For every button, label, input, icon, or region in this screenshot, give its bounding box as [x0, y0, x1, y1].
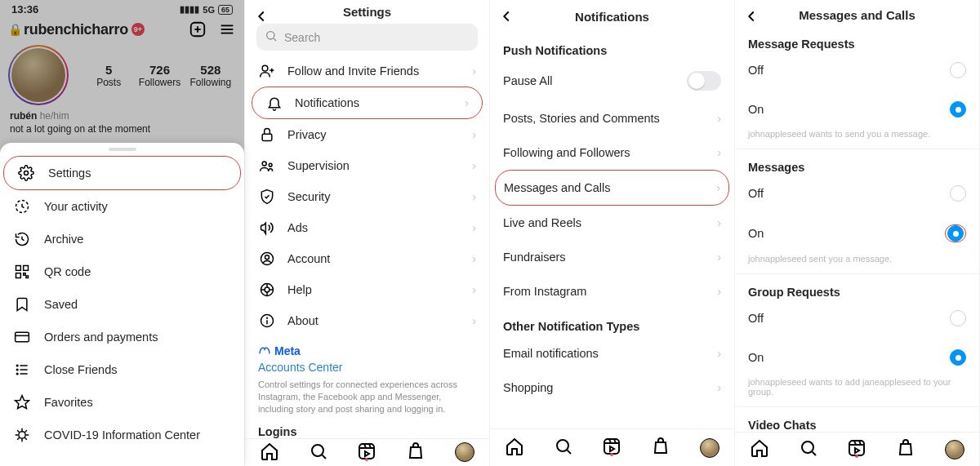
chevron-right-icon: › — [472, 159, 476, 172]
settings-search[interactable]: Search — [256, 24, 478, 51]
sheet-item-qr-code[interactable]: QR code — [0, 255, 244, 288]
noti-item-shopping[interactable]: Shopping › — [490, 371, 734, 405]
archive-icon — [13, 231, 31, 247]
stat-followers[interactable]: 726 Followers — [134, 63, 185, 88]
svg-line-28 — [24, 437, 27, 440]
radio-label: On — [748, 227, 764, 240]
back-button[interactable] — [252, 7, 271, 26]
noti-item-messages-calls[interactable]: Messages and Calls › — [495, 170, 729, 206]
svg-rect-12 — [26, 276, 29, 278]
profile-avatar-story-ring[interactable] — [8, 45, 69, 105]
tab-search-icon[interactable] — [799, 438, 818, 460]
chevron-right-icon: › — [472, 252, 476, 265]
radio-button[interactable] — [947, 225, 964, 242]
back-button[interactable] — [497, 7, 516, 26]
sheet-item-your-activity[interactable]: Your activity — [0, 190, 244, 223]
noti-item-pause-all[interactable]: Pause All — [490, 60, 734, 101]
settings-item-help[interactable]: Help › — [245, 274, 489, 305]
person-plus-icon — [258, 63, 276, 79]
settings-item-follow-invite[interactable]: Follow and Invite Friends › — [245, 55, 489, 87]
bookmark-icon — [13, 296, 31, 313]
create-post-icon[interactable] — [189, 20, 207, 38]
settings-item-label: Privacy — [287, 128, 327, 141]
bottom-tab-bar — [490, 428, 734, 466]
sheet-item-settings[interactable]: Settings — [3, 156, 241, 190]
stat-following[interactable]: 528 Following — [185, 63, 236, 88]
settings-item-security[interactable]: Security › — [245, 181, 489, 212]
radio-row-messages-on[interactable]: On — [735, 213, 979, 254]
settings-item-supervision[interactable]: Supervision › — [245, 150, 489, 181]
divider — [735, 273, 979, 274]
svg-point-38 — [269, 164, 272, 167]
tab-profile-avatar[interactable] — [700, 438, 719, 458]
tab-profile-avatar[interactable] — [455, 442, 474, 462]
tab-home-icon[interactable] — [505, 437, 524, 459]
svg-rect-66 — [849, 441, 864, 455]
settings-item-about[interactable]: About › — [245, 305, 489, 336]
radio-button[interactable] — [950, 349, 966, 366]
radio-row-messages-off[interactable]: Off — [735, 174, 979, 213]
noti-item-label: Live and Reels — [503, 216, 581, 229]
messages-calls-topbar: Messages and Calls — [735, 0, 979, 29]
radio-row-msgreq-on[interactable]: On — [735, 90, 979, 129]
tab-home-icon[interactable] — [260, 442, 279, 464]
sheet-item-favorites[interactable]: Favorites — [0, 386, 244, 419]
radio-row-groupreq-on[interactable]: On — [735, 338, 979, 377]
radio-button[interactable] — [950, 101, 966, 118]
noti-item-fundraisers[interactable]: Fundraisers › — [490, 240, 734, 274]
tab-shop-icon[interactable] — [651, 437, 670, 459]
profile-username[interactable]: rubenchicharro — [24, 21, 128, 38]
radio-row-msgreq-off[interactable]: Off — [735, 51, 979, 90]
noti-item-live-reels[interactable]: Live and Reels › — [490, 206, 734, 240]
noti-item-following-followers[interactable]: Following and Followers › — [490, 135, 734, 170]
sheet-item-orders[interactable]: Orders and payments — [0, 321, 244, 353]
sheet-item-covid[interactable]: COVID-19 Information Center — [0, 419, 244, 451]
chevron-right-icon: › — [717, 216, 721, 229]
noti-item-label: Following and Followers — [503, 146, 630, 159]
settings-item-account[interactable]: Account › — [245, 243, 489, 274]
radio-button[interactable] — [950, 185, 966, 202]
noti-item-label: From Instagram — [503, 285, 586, 298]
noti-item-posts-stories[interactable]: Posts, Stories and Comments › — [490, 101, 734, 135]
status-bar: 13:36 ▮▮▮▮ 5G 65 — [0, 0, 244, 16]
accounts-center-desc: Control settings for connected experienc… — [258, 379, 476, 415]
profile-header: 🔒 rubenchicharro 9+ — [0, 16, 244, 40]
profile-pronouns: he/him — [40, 110, 69, 122]
chevron-right-icon: › — [717, 112, 721, 125]
settings-item-label: Follow and Invite Friends — [287, 64, 419, 78]
svg-marker-63 — [610, 446, 614, 451]
settings-item-ads[interactable]: Ads › — [245, 212, 489, 243]
pause-all-switch[interactable] — [687, 71, 721, 91]
radio-button[interactable] — [950, 310, 966, 326]
back-button[interactable] — [742, 7, 761, 26]
hamburger-menu-icon[interactable] — [218, 20, 236, 38]
svg-point-33 — [262, 66, 268, 72]
tab-profile-avatar[interactable] — [945, 440, 964, 459]
radio-row-groupreq-off[interactable]: Off — [735, 299, 979, 338]
tab-shop-icon[interactable] — [406, 442, 425, 464]
noti-item-email[interactable]: Email notifications › — [490, 336, 734, 371]
sheet-item-label: Your activity — [44, 200, 108, 213]
accounts-center-link[interactable]: Accounts Center — [258, 361, 476, 374]
tab-reels-icon[interactable] — [847, 438, 866, 460]
tab-reels-icon[interactable] — [357, 442, 376, 464]
svg-point-37 — [262, 162, 266, 166]
noti-item-from-instagram[interactable]: From Instagram › — [490, 274, 734, 308]
chevron-right-icon: › — [717, 347, 721, 360]
sheet-grabber[interactable] — [109, 148, 136, 151]
tab-home-icon[interactable] — [750, 438, 769, 460]
tab-search-icon[interactable] — [309, 442, 328, 464]
sheet-item-close-friends[interactable]: Close Friends — [0, 353, 244, 386]
radio-button[interactable] — [950, 62, 966, 78]
tab-search-icon[interactable] — [554, 437, 573, 459]
notifications-topbar: Notifications — [490, 0, 734, 33]
tab-reels-icon[interactable] — [602, 437, 621, 459]
sheet-item-label: Settings — [48, 166, 91, 180]
tab-shop-icon[interactable] — [896, 438, 915, 460]
sheet-item-saved[interactable]: Saved — [0, 288, 244, 321]
settings-item-label: About — [287, 314, 318, 327]
stat-posts[interactable]: 5 Posts — [83, 63, 134, 88]
settings-item-notifications[interactable]: Notifications › — [252, 87, 483, 119]
sheet-item-archive[interactable]: Archive — [0, 223, 244, 255]
settings-item-privacy[interactable]: Privacy › — [245, 119, 489, 150]
